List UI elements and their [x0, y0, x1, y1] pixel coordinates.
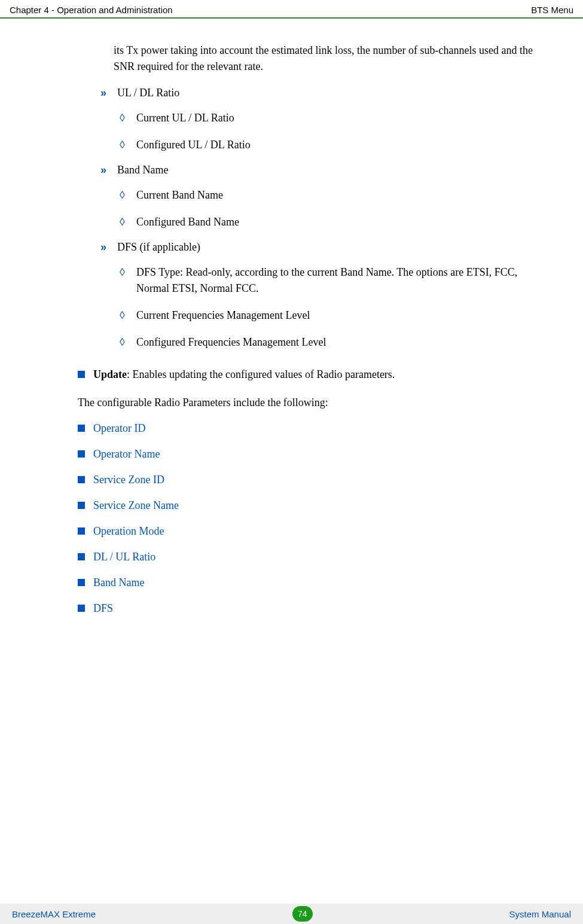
diamond-icon: ◊	[120, 110, 136, 126]
list-item: ◊Configured Band Name	[120, 214, 547, 230]
link-text: Service Zone ID	[93, 474, 164, 486]
section-title: UL / DL Ratio	[117, 87, 179, 99]
link-text: DL / UL Ratio	[93, 551, 155, 563]
item-text: Current Frequencies Management Level	[136, 307, 543, 324]
list-item: ◊Configured UL / DL Ratio	[120, 137, 547, 153]
post-paragraph: The configurable Radio Parameters includ…	[78, 397, 547, 409]
link-dl-ul-ratio[interactable]: DL / UL Ratio	[78, 551, 547, 563]
item-text: Current Band Name	[136, 187, 543, 203]
section-band-name: »Band Name	[100, 164, 547, 176]
section-dfs: »DFS (if applicable)	[100, 241, 547, 254]
link-operator-name[interactable]: Operator Name	[78, 448, 547, 461]
page-footer: BreezeMAX Extreme 74 System Manual	[0, 904, 583, 924]
link-text: Operation Mode	[93, 525, 164, 537]
intro-paragraph: its Tx power taking into account the est…	[114, 42, 547, 75]
link-service-zone-id[interactable]: Service Zone ID	[78, 474, 547, 486]
chevron-icon: »	[100, 241, 117, 254]
list-item: ◊DFS Type: Read-only, according to the c…	[120, 264, 547, 297]
diamond-icon: ◊	[120, 334, 136, 350]
diamond-icon: ◊	[120, 137, 136, 153]
header-right: BTS Menu	[531, 5, 573, 15]
update-text: : Enables updating the configured values…	[127, 368, 395, 380]
square-bullet-icon	[78, 502, 85, 509]
link-band-name[interactable]: Band Name	[78, 577, 547, 589]
item-text: Configured UL / DL Ratio	[136, 137, 543, 153]
chevron-icon: »	[100, 164, 117, 176]
footer-right: System Manual	[509, 909, 571, 919]
square-bullet-icon	[78, 527, 85, 535]
section-title: Band Name	[117, 164, 168, 176]
page-number-badge: 74	[292, 906, 313, 922]
link-text: Operator Name	[93, 448, 160, 460]
diamond-icon: ◊	[120, 264, 136, 280]
update-label: Update	[93, 368, 127, 380]
diamond-icon: ◊	[120, 307, 136, 324]
square-bullet-icon	[78, 553, 85, 560]
link-dfs[interactable]: DFS	[78, 602, 547, 615]
diamond-icon: ◊	[120, 214, 136, 230]
section-ul-dl-ratio: »UL / DL Ratio	[100, 87, 547, 99]
header-left: Chapter 4 - Operation and Administration	[10, 5, 173, 15]
link-service-zone-name[interactable]: Service Zone Name	[78, 499, 547, 512]
square-bullet-icon	[78, 425, 85, 432]
square-bullet-icon	[78, 371, 85, 378]
square-bullet-icon	[78, 605, 85, 612]
square-bullet-icon	[78, 476, 85, 483]
link-operation-mode[interactable]: Operation Mode	[78, 525, 547, 538]
diamond-icon: ◊	[120, 187, 136, 203]
page-header: Chapter 4 - Operation and Administration…	[0, 0, 583, 19]
list-item: ◊Current Band Name	[120, 187, 547, 203]
list-item: ◊Configured Frequencies Management Level	[120, 334, 547, 350]
section-title: DFS (if applicable)	[117, 241, 200, 253]
list-item: ◊Current Frequencies Management Level	[120, 307, 547, 324]
square-bullet-icon	[78, 579, 85, 586]
link-text: DFS	[93, 602, 113, 614]
link-text: Operator ID	[93, 422, 145, 434]
chevron-icon: »	[100, 87, 117, 99]
link-text: Band Name	[93, 577, 144, 588]
item-text: Configured Band Name	[136, 214, 543, 230]
page-content: its Tx power taking into account the est…	[0, 19, 583, 615]
footer-left: BreezeMAX Extreme	[12, 909, 96, 919]
square-bullet-icon	[78, 450, 85, 458]
item-text: Current UL / DL Ratio	[136, 110, 543, 126]
link-text: Service Zone Name	[93, 499, 179, 511]
item-text: DFS Type: Read-only, according to the cu…	[136, 264, 543, 297]
link-operator-id[interactable]: Operator ID	[78, 422, 547, 435]
update-item: Update: Enables updating the configured …	[78, 368, 547, 381]
list-item: ◊Current UL / DL Ratio	[120, 110, 547, 126]
item-text: Configured Frequencies Management Level	[136, 334, 543, 350]
